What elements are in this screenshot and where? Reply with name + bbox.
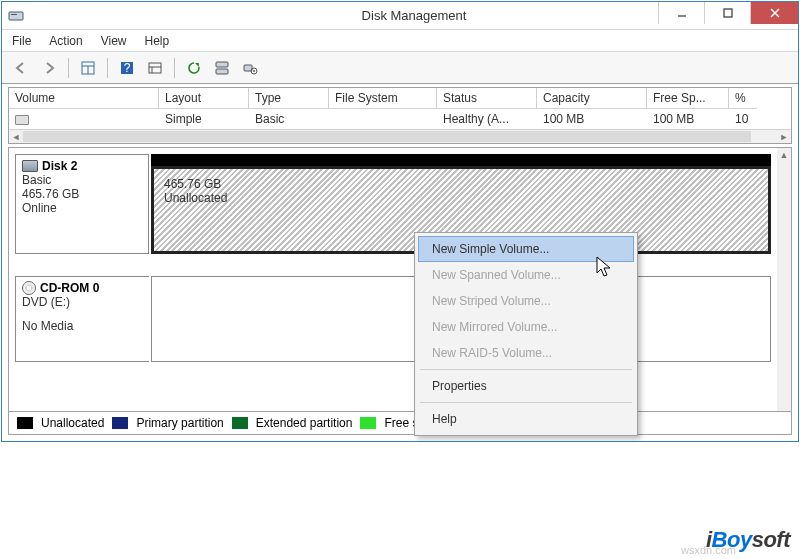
column-percent[interactable]: %: [729, 88, 757, 109]
cell-percent: 10: [729, 109, 757, 129]
help-button[interactable]: ?: [116, 57, 138, 79]
disk-title: Disk 2: [42, 159, 77, 173]
column-file-system[interactable]: File System: [329, 88, 437, 109]
legend-unallocated: Unallocated: [41, 416, 104, 430]
menu-action[interactable]: Action: [49, 34, 82, 48]
menubar: File Action View Help: [2, 30, 798, 52]
cdrom-state: No Media: [22, 319, 143, 333]
settings-button[interactable]: [144, 57, 166, 79]
menu-properties[interactable]: Properties: [418, 373, 634, 399]
disk-management-window: Disk Management File Action View Help ? …: [1, 1, 799, 442]
column-capacity[interactable]: Capacity: [537, 88, 647, 109]
svg-rect-0: [9, 12, 23, 20]
disk-layout-area: ▲ ▼ Disk 2 Basic 465.76 GB Online 465.76…: [8, 147, 792, 435]
window-controls: [658, 2, 798, 24]
partition-size: 465.76 GB: [164, 177, 758, 191]
scroll-up-arrow[interactable]: ▲: [777, 148, 791, 162]
cdrom-header[interactable]: CD-ROM 0 DVD (E:) No Media: [15, 276, 149, 362]
scroll-thumb[interactable]: [23, 131, 751, 142]
swatch-extended: [232, 417, 248, 429]
volume-list-header: Volume Layout Type File System Status Ca…: [9, 88, 791, 109]
disk-size: 465.76 GB: [22, 187, 142, 201]
cdrom-title: CD-ROM 0: [40, 281, 99, 295]
column-free-space[interactable]: Free Sp...: [647, 88, 729, 109]
disk-state: Online: [22, 201, 142, 215]
cdrom-row: CD-ROM 0 DVD (E:) No Media: [15, 276, 771, 362]
cell-status: Healthy (A...: [437, 109, 537, 129]
legend-primary: Primary partition: [136, 416, 223, 430]
column-volume[interactable]: Volume: [9, 88, 159, 109]
swatch-primary: [112, 417, 128, 429]
cell-free: 100 MB: [647, 109, 729, 129]
toolbar-separator: [107, 58, 108, 78]
app-icon: [8, 8, 24, 24]
menu-separator: [420, 369, 632, 370]
disk-kind: Basic: [22, 173, 142, 187]
cursor-icon: [596, 256, 614, 280]
menu-new-striped-volume: New Striped Volume...: [418, 288, 634, 314]
partition-status: Unallocated: [164, 191, 758, 205]
disk-settings-button[interactable]: [239, 57, 261, 79]
cdrom-drive: DVD (E:): [22, 295, 143, 309]
toolbar: ?: [2, 52, 798, 84]
cell-capacity: 100 MB: [537, 109, 647, 129]
column-layout[interactable]: Layout: [159, 88, 249, 109]
svg-rect-11: [149, 63, 161, 73]
minimize-button[interactable]: [658, 2, 704, 24]
refresh-button[interactable]: [183, 57, 205, 79]
svg-rect-3: [724, 9, 732, 17]
watermark-logo: iBoysoft: [706, 527, 790, 553]
forward-button[interactable]: [38, 57, 60, 79]
disk-color-bar: [151, 154, 771, 166]
swatch-free: [360, 417, 376, 429]
titlebar[interactable]: Disk Management: [2, 2, 798, 30]
toolbar-separator: [174, 58, 175, 78]
close-button[interactable]: [750, 2, 798, 24]
legend-extended: Extended partition: [256, 416, 353, 430]
legend: Unallocated Primary partition Extended p…: [8, 411, 792, 435]
cell-type: Basic: [249, 109, 329, 129]
cell-volume: [9, 109, 159, 129]
menu-view[interactable]: View: [101, 34, 127, 48]
back-button[interactable]: [10, 57, 32, 79]
toolbar-separator: [68, 58, 69, 78]
menu-new-raid5-volume: New RAID-5 Volume...: [418, 340, 634, 366]
svg-rect-15: [216, 69, 228, 74]
menu-new-mirrored-volume: New Mirrored Volume...: [418, 314, 634, 340]
vertical-scrollbar[interactable]: ▲ ▼: [777, 148, 791, 434]
menu-file[interactable]: File: [12, 34, 31, 48]
table-row[interactable]: Simple Basic Healthy (A... 100 MB 100 MB…: [9, 109, 791, 129]
disk-2-row: Disk 2 Basic 465.76 GB Online 465.76 GB …: [15, 154, 771, 254]
column-status[interactable]: Status: [437, 88, 537, 109]
swatch-unallocated: [17, 417, 33, 429]
column-type[interactable]: Type: [249, 88, 329, 109]
menu-help[interactable]: Help: [418, 406, 634, 432]
volume-list: Volume Layout Type File System Status Ca…: [8, 87, 792, 144]
scroll-right-arrow[interactable]: ►: [777, 130, 791, 143]
horizontal-scrollbar[interactable]: ◄ ►: [9, 129, 791, 143]
menu-help[interactable]: Help: [145, 34, 170, 48]
cell-layout: Simple: [159, 109, 249, 129]
scroll-left-arrow[interactable]: ◄: [9, 130, 23, 143]
maximize-button[interactable]: [704, 2, 750, 24]
svg-point-18: [253, 70, 255, 72]
cd-icon: [22, 281, 36, 295]
svg-text:?: ?: [124, 61, 131, 75]
views-button[interactable]: [77, 57, 99, 79]
cell-fs: [329, 109, 437, 129]
disk-list-button[interactable]: [211, 57, 233, 79]
drive-icon: [15, 115, 29, 125]
hard-disk-icon: [22, 160, 38, 172]
disk-2-header[interactable]: Disk 2 Basic 465.76 GB Online: [15, 154, 149, 254]
svg-rect-14: [216, 62, 228, 67]
svg-rect-1: [11, 14, 17, 15]
menu-separator: [420, 402, 632, 403]
